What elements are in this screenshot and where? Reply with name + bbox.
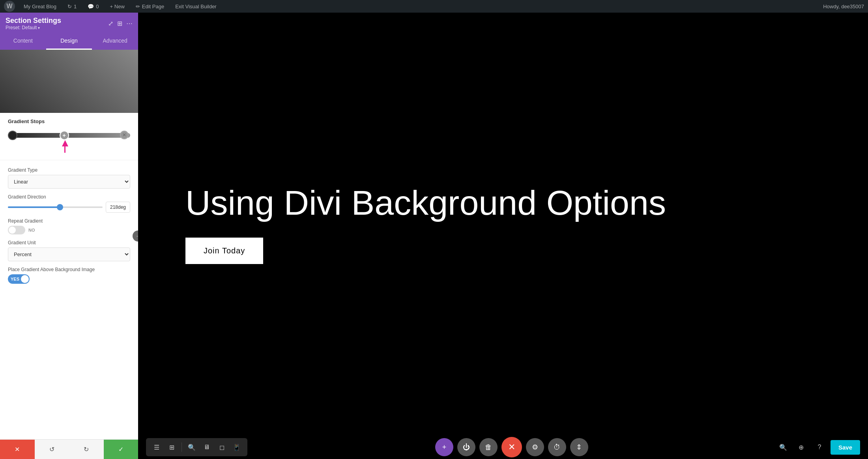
gradient-direction-label: Gradient Direction — [8, 194, 130, 200]
toggle-knob — [9, 227, 16, 234]
yes-toggle-knob — [21, 275, 29, 283]
canvas-history-btn[interactable]: ⊕ — [794, 440, 808, 454]
panel-preset[interactable]: Preset: Default ▾ — [6, 25, 61, 30]
tab-design[interactable]: Design — [46, 33, 92, 50]
admin-bar-comments[interactable]: 💬 0 — [85, 0, 101, 13]
settings-panel: Section Settings Preset: Default ▾ ⤢ ⊞ ⋯… — [0, 13, 138, 459]
stop-position-indicator — [62, 140, 68, 153]
grid-icon-btn[interactable]: ⊞ — [165, 440, 178, 454]
stop-handle-left[interactable] — [8, 131, 17, 140]
admin-bar-edit-page[interactable]: ✏ Edit Page — [133, 0, 166, 13]
more-options-icon[interactable]: ⋯ — [126, 20, 133, 27]
direction-slider-thumb[interactable] — [57, 204, 63, 210]
admin-bar-exit-builder[interactable]: Exit Visual Builder — [173, 0, 219, 13]
divider-1 — [0, 160, 138, 160]
fullscreen-icon[interactable]: ⤢ — [108, 20, 113, 27]
panel-tabs: Content Design Advanced — [0, 33, 138, 50]
sort-button[interactable]: ⇕ — [570, 438, 588, 456]
tab-advanced[interactable]: Advanced — [92, 33, 138, 50]
admin-bar-new[interactable]: + New — [108, 0, 127, 13]
canvas-search-btn[interactable]: 🔍 — [776, 440, 790, 454]
admin-bar-updates[interactable]: ↻ 1 — [65, 0, 79, 13]
main-canvas: Using Divi Background Options Join Today… — [138, 13, 868, 459]
comments-icon: 💬 — [88, 4, 94, 9]
power-button[interactable]: ⏻ — [457, 438, 475, 456]
wp-logo[interactable]: W — [4, 1, 15, 12]
monitor-icon-btn[interactable]: 🖥 — [200, 440, 213, 454]
toolbar-separator-1 — [181, 442, 182, 452]
section-action-buttons: + ⏻ 🗑 ✕ ⚙ ⏱ ⇕ — [435, 437, 588, 457]
square-icon-btn[interactable]: ◻ — [215, 440, 228, 454]
list-icon-btn[interactable]: ☰ — [150, 440, 163, 454]
wp-admin-bar: W My Great Blog ↻ 1 💬 0 + New ✏ Edit Pag… — [0, 0, 868, 13]
repeat-gradient-toggle[interactable] — [8, 226, 25, 234]
direction-slider-fill — [8, 206, 60, 208]
gradient-unit-label: Gradient Unit — [8, 240, 130, 245]
mobile-icon-btn[interactable]: 📱 — [230, 440, 243, 454]
tab-content[interactable]: Content — [0, 33, 46, 50]
edit-icon: ✏ — [136, 4, 140, 9]
gradient-type-label: Gradient Type — [8, 167, 130, 173]
stop-handle-right[interactable]: ✕ — [120, 131, 129, 139]
confirm-button[interactable]: ✓ — [104, 440, 138, 459]
admin-bar-right: Howdy, dee35007 — [823, 4, 864, 9]
stop-handle-add[interactable]: + — [60, 131, 69, 140]
join-today-button[interactable]: Join Today — [185, 238, 263, 264]
repeat-gradient-toggle-row: NO — [8, 226, 130, 234]
gradient-unit-select[interactable]: Percent Pixels — [8, 247, 130, 261]
toggle-no-label: NO — [28, 228, 35, 232]
repeat-gradient-field: Repeat Gradient NO — [8, 218, 130, 234]
howdy-text: Howdy, dee35007 — [823, 4, 864, 9]
panel-header: Section Settings Preset: Default ▾ ⤢ ⊞ ⋯ — [0, 13, 138, 33]
panel-bottom-actions: ✕ ↺ ↻ ✓ — [0, 439, 138, 459]
panel-content: Gradient Stops + ✕ Gradient Type Linear … — [0, 50, 138, 439]
hero-heading: Using Divi Background Options — [185, 184, 666, 222]
trash-button[interactable]: 🗑 — [479, 438, 498, 456]
gradient-stops-section: Gradient Stops + ✕ — [0, 113, 138, 160]
main-layout: Section Settings Preset: Default ▾ ⤢ ⊞ ⋯… — [0, 13, 868, 459]
gradient-direction-field: Gradient Direction — [8, 194, 130, 213]
place-gradient-field: Place Gradient Above Background Image YE… — [8, 267, 130, 284]
repeat-gradient-label: Repeat Gradient — [8, 218, 130, 224]
gradient-type-field: Gradient Type Linear Radial Conic — [8, 167, 130, 189]
place-gradient-label: Place Gradient Above Background Image — [8, 267, 130, 272]
panel-header-icons: ⤢ ⊞ ⋯ — [108, 20, 133, 27]
close-button[interactable]: ✕ — [501, 437, 522, 457]
gradient-unit-field: Gradient Unit Percent Pixels — [8, 240, 130, 261]
gradient-stops-container: + ✕ — [8, 128, 130, 142]
panel-title-area: Section Settings Preset: Default ▾ — [6, 17, 61, 30]
gradient-type-select[interactable]: Linear Radial Conic — [8, 175, 130, 189]
settings-button[interactable]: ⚙ — [526, 438, 544, 456]
hero-text-area: Using Divi Background Options Join Today — [185, 184, 666, 264]
toolbar-right: 🔍 ⊕ ? Save — [776, 440, 860, 455]
canvas-content: Using Divi Background Options Join Today — [138, 13, 868, 435]
place-gradient-toggle[interactable]: YES — [8, 274, 30, 284]
save-button[interactable]: Save — [831, 440, 860, 455]
delete-button[interactable]: ✕ — [0, 440, 35, 459]
place-gradient-toggle-row: YES — [8, 274, 130, 284]
preset-dropdown-arrow: ▾ — [38, 26, 40, 30]
updates-icon: ↻ — [67, 4, 72, 9]
gradient-stops-label: Gradient Stops — [8, 118, 130, 124]
panel-title: Section Settings — [6, 17, 61, 25]
layout-tools: ☰ ⊞ 🔍 🖥 ◻ 📱 — [146, 438, 247, 456]
redo-button[interactable]: ↻ — [69, 440, 104, 459]
search-icon-btn[interactable]: 🔍 — [185, 440, 198, 454]
stops-track — [8, 133, 130, 138]
canvas-help-btn[interactable]: ? — [812, 440, 827, 454]
gradient-type-section: Gradient Type Linear Radial Conic Gradie… — [0, 162, 138, 295]
grid-icon[interactable]: ⊞ — [117, 20, 122, 27]
gradient-preview — [0, 50, 138, 113]
yes-toggle-label: YES — [8, 277, 19, 281]
add-section-button[interactable]: + — [435, 438, 453, 456]
direction-row — [8, 202, 130, 213]
undo-button[interactable]: ↺ — [35, 440, 69, 459]
direction-slider-track — [8, 206, 103, 208]
admin-bar-site-name[interactable]: My Great Blog — [21, 0, 59, 13]
direction-value-input[interactable] — [106, 202, 130, 213]
timer-button[interactable]: ⏱ — [548, 438, 566, 456]
canvas-bottom-toolbar: ☰ ⊞ 🔍 🖥 ◻ 📱 + ⏻ 🗑 ✕ ⚙ ⏱ ⇕ 🔍 ⊕ ? — [138, 435, 868, 459]
